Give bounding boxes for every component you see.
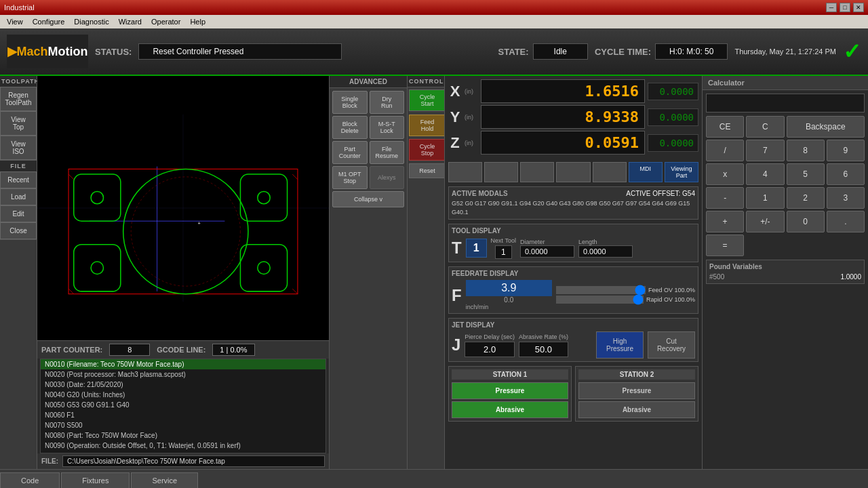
diameter-input[interactable]: [520, 245, 574, 258]
modals-offset: ACTIVE OFFSET: G54: [626, 190, 695, 197]
tool-display-section: TOOL DISPLAY T 1 Next Tool 1 Diameter Le…: [448, 224, 698, 262]
current-tool-value[interactable]: 1: [466, 239, 487, 258]
menu-diagnostic[interactable]: Diagnostic: [70, 18, 113, 26]
cycle-start-button[interactable]: CycleStart: [409, 89, 446, 111]
tab-code[interactable]: Code: [0, 472, 60, 488]
viewing-part-button[interactable]: ViewingPart: [665, 162, 698, 182]
x-secondary-value[interactable]: 0.0000: [648, 83, 698, 100]
minimize-button[interactable]: ─: [826, 3, 837, 12]
calc-c-button[interactable]: C: [746, 116, 784, 138]
menu-view[interactable]: View: [3, 18, 27, 26]
calc-2-button[interactable]: 2: [787, 187, 825, 209]
view-top-button[interactable]: ViewTop: [0, 111, 37, 136]
high-pressure-button[interactable]: HighPressure: [596, 331, 644, 359]
gcode-item-0[interactable]: N0010 (Filename: Teco 750W Motor Face.ta…: [41, 359, 326, 369]
jet-fields: Pierce Delay (sec) 2.0 Abrasive Rate (%)…: [465, 333, 592, 357]
gcode-item-1[interactable]: N0020 (Post processor: Mach3 plasma.scpo…: [41, 369, 326, 380]
gcode-item-7[interactable]: N0080 (Part: Teco 750W Motor Face): [41, 430, 326, 441]
z-main-value[interactable]: 0.0591: [481, 131, 645, 155]
gcode-item-8[interactable]: N0090 (Operation: Outside Offset, 0, T1:…: [41, 441, 326, 451]
maximize-button[interactable]: □: [840, 3, 850, 12]
gcode-item-4[interactable]: N0050 G53 G90 G91.1 G40: [41, 400, 326, 410]
dro-btn-2[interactable]: [484, 162, 518, 182]
load-button[interactable]: Load: [0, 188, 37, 205]
dro-btn-4[interactable]: [556, 162, 590, 182]
menu-operator[interactable]: Operator: [147, 18, 184, 26]
calc-backspace-button[interactable]: Backspace: [787, 116, 865, 138]
calc-4-button[interactable]: 4: [746, 163, 784, 185]
calc-add-button[interactable]: +: [706, 211, 744, 232]
mst-lock-button[interactable]: M-S-TLock: [370, 116, 405, 139]
calc-1-button[interactable]: 1: [746, 187, 784, 209]
station1-pressure-button[interactable]: Pressure: [452, 382, 568, 399]
y-secondary-value[interactable]: 0.0000: [648, 108, 698, 126]
z-secondary-value[interactable]: 0.0000: [648, 134, 698, 152]
dro-btn-5[interactable]: [593, 162, 627, 182]
dro-btn-3[interactable]: [520, 162, 554, 182]
rapid-ov-slider[interactable]: [556, 296, 644, 304]
x-unit: (in): [465, 88, 478, 95]
feed-main-value: 3.9: [466, 280, 552, 296]
edit-button[interactable]: Edit: [0, 205, 37, 222]
file-resume-button[interactable]: FileResume: [370, 141, 405, 164]
tool-fields-2: Length: [578, 239, 633, 258]
alexys-button[interactable]: Alexys: [370, 166, 405, 189]
calc-dot-button[interactable]: .: [827, 211, 865, 232]
calc-3-button[interactable]: 3: [827, 187, 865, 209]
length-input[interactable]: [578, 245, 633, 258]
reset-button[interactable]: Reset: [409, 163, 446, 178]
gcode-item-6[interactable]: N0070 S500: [41, 420, 326, 430]
station1-abrasive-button[interactable]: Abrasive: [452, 401, 568, 418]
recent-button[interactable]: Recent: [0, 171, 37, 188]
gcode-item-3[interactable]: N0040 G20 (Units: Inches): [41, 390, 326, 400]
gcode-item-5[interactable]: N0060 F1: [41, 410, 326, 420]
gcode-list[interactable]: N0010 (Filename: Teco 750W Motor Face.ta…: [40, 359, 326, 453]
calc-8-button[interactable]: 8: [787, 140, 825, 161]
dro-buttons-row: MDI ViewingPart: [445, 160, 702, 184]
cut-recovery-button[interactable]: CutRecovery: [648, 331, 695, 359]
tab-service[interactable]: Service: [131, 472, 198, 488]
calc-6-button[interactable]: 6: [827, 163, 865, 185]
station-1: STATION 1 Pressure Abrasive: [448, 366, 572, 422]
gcode-item-2[interactable]: N0030 (Date: 21/05/2020): [41, 380, 326, 390]
m1-opt-stop-button[interactable]: M1 OPTStop: [332, 166, 368, 189]
feed-hold-button[interactable]: FeedHold: [409, 115, 446, 136]
calc-sub-button[interactable]: -: [706, 187, 744, 209]
station2-pressure-button[interactable]: Pressure: [578, 382, 695, 399]
block-delete-button[interactable]: BlockDelete: [332, 116, 368, 139]
collapse-button[interactable]: Collapse v: [332, 191, 404, 207]
view-iso-button[interactable]: ViewISO: [0, 136, 37, 160]
calc-mul-button[interactable]: x: [706, 163, 744, 185]
bottom-center: PART COUNTER: 8 GCODE LINE: 1 | 0.0% N00…: [37, 340, 329, 469]
jet-display-title: JET DISPLAY: [452, 321, 695, 329]
menu-help[interactable]: Help: [186, 18, 210, 26]
regen-toolpath-button[interactable]: RegenToolPath: [0, 87, 37, 111]
calc-5-button[interactable]: 5: [787, 163, 825, 185]
single-block-button[interactable]: SingleBlock: [332, 91, 368, 114]
x-main-value[interactable]: 1.6516: [481, 79, 645, 103]
station2-abrasive-button[interactable]: Abrasive: [578, 401, 695, 418]
calc-ce-button[interactable]: CE: [706, 116, 744, 138]
calc-div-button[interactable]: /: [706, 140, 744, 161]
pound-variables-section: Pound Variables #500 1.0000: [706, 260, 865, 284]
calc-0-button[interactable]: 0: [787, 211, 825, 232]
calc-plusminus-button[interactable]: +/-: [746, 211, 784, 232]
feed-ov-slider[interactable]: [556, 286, 646, 294]
calc-eq-button[interactable]: =: [706, 235, 744, 256]
toolpath-view[interactable]: +: [37, 76, 329, 340]
close-button[interactable]: ✕: [853, 3, 864, 12]
calc-9-button[interactable]: 9: [827, 140, 865, 161]
dro-btn-1[interactable]: [448, 162, 482, 182]
mdi-button[interactable]: MDI: [629, 162, 663, 182]
y-main-value[interactable]: 8.9338: [481, 105, 645, 129]
close-button[interactable]: Close: [0, 222, 37, 239]
tab-fixtures[interactable]: Fixtures: [61, 472, 130, 488]
menu-configure[interactable]: Configure: [28, 18, 69, 26]
menu-wizard[interactable]: Wizard: [115, 18, 146, 26]
calc-7-button[interactable]: 7: [746, 140, 784, 161]
cycle-stop-button[interactable]: CycleStop: [409, 139, 446, 161]
titlebar: Industrial ─ □ ✕: [0, 0, 868, 15]
feed-sub-value: 0.0: [466, 296, 552, 304]
part-counter-button[interactable]: PartCounter: [332, 141, 368, 164]
dry-run-button[interactable]: DryRun: [370, 91, 405, 114]
